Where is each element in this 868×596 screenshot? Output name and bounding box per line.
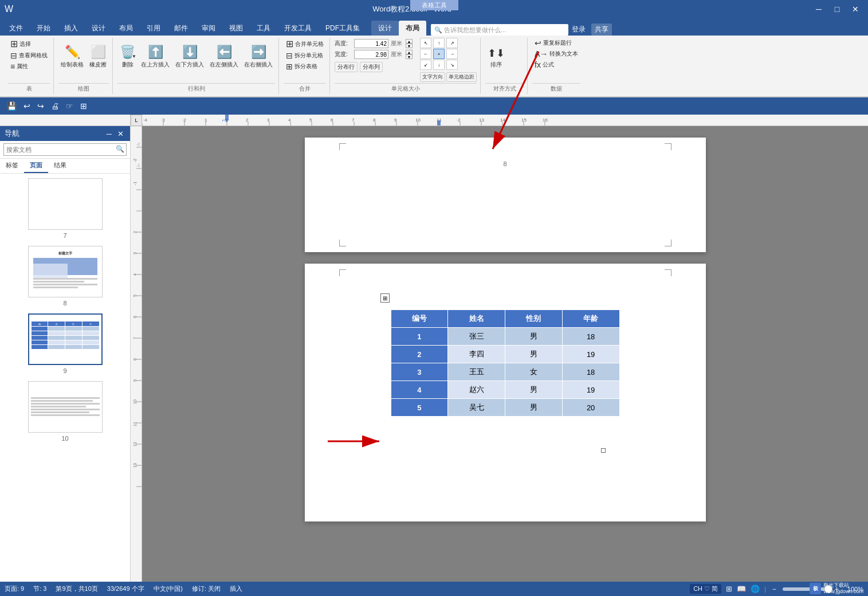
tab-design[interactable]: 设计 [85,21,112,36]
svg-text:⌐: ⌐ [222,117,226,123]
page-thumb-7[interactable]: 7 [5,178,125,239]
text-direction-button[interactable]: 文字方向 [420,72,445,82]
tab-layout-page[interactable]: 布局 [112,21,140,36]
split-cells-button[interactable]: ⊟ 拆分单元格 [284,50,326,61]
height-down-button[interactable]: ▼ [406,44,413,48]
login-button[interactable]: 登录 [568,23,589,36]
distribute-cols-button[interactable]: 分布列 [360,62,383,72]
height-input[interactable] [354,39,388,48]
customize-qa-button[interactable]: ⊞ [78,100,89,112]
delete-button[interactable]: 🗑️ 删除 ▼ [117,38,138,70]
view-normal-button[interactable]: ⊞ [726,585,732,593]
status-word-count: 33/2649 个字 [107,585,144,593]
table-resize-handle[interactable] [601,448,606,453]
page-thumb-num-8: 8 [63,300,66,307]
save-qa-button[interactable]: 💾 [5,100,19,112]
width-down-button[interactable]: ▼ [406,54,413,59]
page-thumb-num-7: 7 [63,232,66,239]
align-middlecenter[interactable]: + [433,49,445,59]
nav-tab-pages[interactable]: 页面 [24,159,48,173]
tab-tools[interactable]: 工具 [250,21,277,36]
align-middleleft[interactable]: ← [420,49,431,59]
page-thumb-10[interactable]: 10 [5,381,125,442]
formula-button[interactable]: fx 公式 [532,60,580,70]
insert-above-button[interactable]: ⬆️ 在上方插入 [139,38,172,70]
width-up-button[interactable]: ▲ [406,50,413,54]
repeat-header-button[interactable]: ↩ 重复标题行 [532,38,580,48]
tab-view[interactable]: 视图 [222,21,250,36]
properties-button[interactable]: ≡ 属性 [8,61,50,72]
convert-to-text-button[interactable]: A→ 转换为文本 [532,49,580,59]
svg-text:9: 9 [394,117,397,123]
tab-table-layout[interactable]: 布局 [399,21,426,36]
page-thumbnails-area: 7 标题文字 [0,174,130,594]
table-row: 3 [391,363,448,381]
view-read-button[interactable]: 📖 [737,585,746,593]
tab-review[interactable]: 审阅 [195,21,222,36]
navigation-panel: 导航 ─ ✕ 🔍 标签 页面 结果 7 [0,126,131,594]
tab-references[interactable]: 引用 [140,21,167,36]
svg-text:16: 16 [543,117,548,123]
nav-tab-headings[interactable]: 标签 [0,159,24,173]
tab-mailings[interactable]: 邮件 [167,21,195,36]
status-language: 中文(中国) [154,585,183,593]
nav-tab-results[interactable]: 结果 [48,159,72,173]
insert-left-button[interactable]: ⬅️ 在左侧插入 [207,38,241,70]
table-move-handle[interactable]: ⊞ [380,293,390,303]
width-label: 宽度: [335,50,352,58]
draw-table-button[interactable]: ✏️ 绘制表格 [58,38,86,70]
tab-insert[interactable]: 插入 [57,21,85,36]
view-web-button[interactable]: 🌐 [751,585,760,593]
insert-right-button[interactable]: ➡️ 在右侧插入 [242,38,275,70]
align-bottomleft[interactable]: ↙ [420,60,431,70]
ruler-corner-button[interactable]: L [131,115,142,126]
table-row: 1 [391,328,448,346]
align-bottomcenter[interactable]: ↓ [433,60,445,70]
width-input[interactable] [354,50,388,59]
align-middleright[interactable]: → [446,49,458,59]
nav-close-button[interactable]: ✕ [116,130,125,138]
merge-cells-button[interactable]: ⊞ 合并单元格 [284,38,326,50]
nav-search-input[interactable] [3,143,127,156]
print-qa-button[interactable]: 🖨 [49,100,61,112]
align-topright[interactable]: ↗ [446,38,458,48]
page-thumb-8[interactable]: 标题文字 8 [5,246,125,307]
align-topleft[interactable]: ↖ [420,38,431,48]
page-thumb-9[interactable]: 编 姓 性 年 [5,313,125,374]
tab-file[interactable]: 文件 [2,21,30,36]
split-table-button[interactable]: ⊞ 拆分表格 [284,61,326,72]
maximize-button[interactable]: □ [829,3,845,15]
close-button[interactable]: ✕ [847,3,863,15]
insert-below-button[interactable]: ⬇️ 在下方插入 [173,38,206,70]
svg-text:3: 3 [267,117,270,123]
height-up-button[interactable]: ▲ [406,39,413,44]
nav-minimize-button[interactable]: ─ [105,130,113,138]
tab-home[interactable]: 开始 [30,21,57,36]
zoom-out-button[interactable]: － [771,584,778,594]
search-box[interactable]: 🔍 告诉我您想要做什么... [431,24,568,36]
tab-developer[interactable]: 开发工具 [277,21,319,36]
select-button[interactable]: ⊞ 选择 [8,38,50,50]
table-row: 18 [562,363,619,381]
tab-pdf[interactable]: PDF工具集 [319,21,367,36]
svg-rect-42 [437,120,441,126]
eraser-button[interactable]: ⬜ 橡皮擦 [87,38,109,70]
view-gridlines-button[interactable]: ⊟ 查看网格线 [8,50,50,61]
corner-mark-br [665,240,671,246]
share-button[interactable]: 共享 [591,23,612,36]
align-topcenter[interactable]: ↑ [433,38,445,48]
touch-qa-button[interactable]: ☞ [64,100,76,112]
redo-qa-button[interactable]: ↪ [35,100,46,112]
tab-table-design[interactable]: 设计 [371,21,399,36]
cell-margin-button[interactable]: 单元格边距 [446,72,477,82]
svg-text:·3: ·3 [161,117,165,123]
svg-text:13: 13 [133,463,137,468]
minimize-button[interactable]: ─ [811,3,827,15]
svg-text:-2: -2 [136,142,140,146]
align-bottomright[interactable]: ↘ [446,60,458,70]
table-row: 5 [391,399,448,417]
undo-qa-button[interactable]: ↩ [21,100,33,112]
nav-search-icon[interactable]: 🔍 [116,145,124,153]
distribute-rows-button[interactable]: 分布行 [335,62,358,72]
sort-button[interactable]: ⬆⬇ 排序 [485,38,507,70]
